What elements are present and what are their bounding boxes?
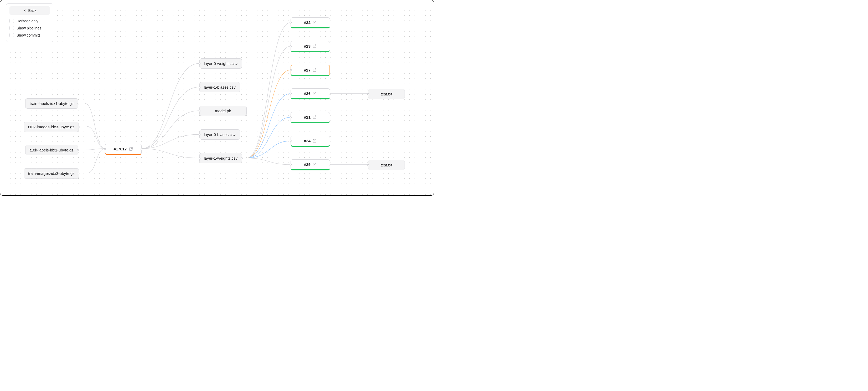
node-label: layer-1-weights.csv (204, 156, 238, 160)
port-in (367, 93, 369, 95)
lineage-canvas[interactable]: Back Heritage only Show pipelines Show c… (0, 0, 434, 196)
port-out (78, 126, 80, 128)
external-link-icon (129, 147, 133, 151)
node-label: model.pb (215, 109, 231, 113)
node-label: train-labels-idx1-ubyte.gz (30, 101, 74, 106)
controls-panel: Back Heritage only Show pipelines Show c… (6, 3, 53, 42)
external-link-icon (313, 68, 316, 72)
job-node-17017[interactable]: #17017 (105, 144, 142, 155)
job-node-21[interactable]: #21 (290, 112, 330, 123)
port-in (290, 164, 291, 165)
file-node[interactable]: t10k-images-idx3-ubyte.gz (24, 122, 79, 132)
node-label: layer-1-biases.csv (204, 85, 236, 89)
job-node-27[interactable]: #27 (290, 65, 330, 76)
checkbox-label: Show pipelines (17, 26, 41, 30)
port-out (77, 149, 79, 151)
chevron-left-icon (23, 9, 27, 12)
file-node[interactable]: t10k-labels-idx1-ubyte.gz (25, 145, 78, 155)
node-label: #23 (304, 44, 311, 48)
port-in (290, 140, 291, 142)
port-in (290, 45, 291, 47)
file-node[interactable]: train-images-idx3-ubyte.gz (24, 168, 79, 178)
job-node-26[interactable]: #26 (290, 88, 330, 100)
checkbox-box (9, 19, 14, 23)
node-label: test.txt (381, 163, 392, 167)
node-label: #22 (304, 20, 311, 25)
file-node[interactable]: layer-1-biases.csv (199, 82, 240, 92)
job-node-23[interactable]: #23 (290, 41, 330, 52)
node-label: #27 (304, 68, 311, 72)
external-link-icon (313, 91, 316, 95)
port-in (290, 22, 291, 23)
port-in (290, 69, 292, 71)
port-in (198, 86, 200, 88)
job-node-24[interactable]: #24 (290, 136, 330, 147)
back-label: Back (28, 8, 36, 12)
port-in (290, 116, 291, 118)
port-in (104, 148, 106, 150)
port-in (198, 157, 200, 159)
node-label: t10k-images-idx3-ubyte.gz (28, 124, 74, 129)
show-pipelines-checkbox[interactable]: Show pipelines (9, 24, 50, 32)
external-link-icon (313, 139, 316, 143)
file-node[interactable]: model.pb (199, 106, 247, 116)
file-node[interactable]: layer-0-biases.csv (199, 129, 240, 140)
job-node-22[interactable]: #22 (290, 17, 330, 28)
node-label: layer-0-weights.csv (204, 61, 238, 66)
job-node-25[interactable]: #25 (290, 159, 330, 170)
file-node[interactable]: layer-0-weights.csv (199, 58, 242, 68)
node-label: #24 (304, 139, 311, 143)
port-out (78, 172, 80, 174)
external-link-icon (313, 115, 316, 119)
node-label: #17017 (114, 147, 127, 151)
file-node[interactable]: layer-1-weights.csv (199, 153, 242, 163)
port-out (329, 164, 331, 165)
port-in (198, 134, 200, 135)
checkbox-label: Heritage only (17, 19, 38, 23)
port-in (290, 92, 291, 94)
heritage-only-checkbox[interactable]: Heritage only (9, 17, 50, 24)
file-node[interactable]: test.txt (368, 160, 405, 170)
external-link-icon (313, 21, 316, 24)
port-in (367, 164, 369, 166)
external-link-icon (313, 163, 316, 166)
back-button[interactable]: Back (9, 6, 50, 15)
show-commits-checkbox[interactable]: Show commits (9, 32, 50, 39)
checkbox-label: Show commits (17, 33, 40, 37)
port-out (329, 92, 331, 94)
port-out (141, 148, 143, 150)
node-label: test.txt (381, 92, 392, 96)
node-label: t10k-labels-idx1-ubyte.gz (30, 148, 73, 152)
port-out (77, 103, 79, 104)
node-label: #26 (304, 91, 311, 96)
node-label: train-images-idx3-ubyte.gz (28, 171, 74, 176)
checkbox-box (9, 26, 14, 30)
port-in (198, 110, 200, 112)
port-in (198, 63, 200, 64)
node-label: layer-0-biases.csv (204, 132, 236, 137)
node-label: #21 (304, 115, 311, 119)
checkbox-box (9, 33, 14, 37)
node-label: #25 (304, 162, 311, 167)
port-out (241, 157, 243, 159)
file-node[interactable]: train-labels-idx1-ubyte.gz (25, 99, 78, 109)
file-node[interactable]: test.txt (368, 89, 405, 99)
external-link-icon (313, 44, 316, 48)
